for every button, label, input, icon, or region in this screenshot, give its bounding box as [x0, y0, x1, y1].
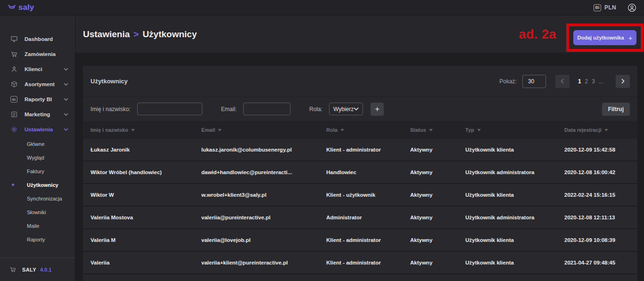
sidebar-subitem-appearance[interactable]: Wygląd	[0, 151, 75, 164]
currency-label: PLN	[604, 4, 616, 11]
cell-name: Valeriia M	[91, 237, 201, 243]
cell-email: w.wrobel+klient3@saly.pl	[201, 192, 326, 198]
sidebar-item-label: Ustawienia	[25, 127, 53, 132]
chevron-down-icon	[64, 98, 68, 101]
cell-role: Klient - administrator	[326, 147, 410, 153]
settings-submenu: Główne Wygląd Faktury Użytkownicy Synchr…	[0, 137, 75, 246]
plus-icon: +	[628, 34, 633, 42]
page-number[interactable]: 3	[592, 78, 595, 85]
sidebar-item-label: Marketing	[25, 112, 50, 117]
page-size-input[interactable]	[522, 75, 546, 88]
sidebar-subitem-users[interactable]: Użytkownicy	[0, 178, 75, 192]
cell-registration-date: 2020-12-08 12:11:13	[564, 215, 630, 220]
sidebar-item-assortment[interactable]: Asortyment	[0, 77, 75, 92]
currency-icon: Bi	[594, 4, 601, 11]
email-filter-input[interactable]	[243, 103, 290, 115]
table-row[interactable]: Valeriia M valeriia@lovejob.pl Klient - …	[83, 229, 637, 252]
cell-role: Klient - administrator	[326, 260, 410, 265]
cell-email: lukasz.jaronik@columbusenergy.pl	[201, 147, 326, 153]
cell-email: valeriia+klient@pureinteractive.pl	[201, 260, 326, 265]
sidebar-item-marketing[interactable]: Marketing	[0, 107, 75, 122]
column-header[interactable]: Imię i nazwisko	[91, 127, 201, 133]
table-row[interactable]: Wiktor Wróbel (handlowiec) dawid+handlow…	[83, 161, 637, 184]
cart-icon	[10, 50, 18, 58]
role-select[interactable]: Wybierz	[329, 103, 363, 115]
cell-status: Aktywny	[410, 237, 465, 243]
prev-page-button[interactable]	[555, 75, 570, 88]
sidebar-item-settings[interactable]: Ustawienia	[0, 122, 75, 137]
users-panel: Użytkownicy Pokaż: 1 2 3 ... Imię i	[83, 66, 637, 281]
sidebar-subitem-main[interactable]: Główne	[0, 137, 75, 151]
add-filter-button[interactable]: +	[371, 103, 384, 116]
sidebar-item-reports-bi[interactable]: Bi Raporty BI	[0, 92, 75, 107]
cart-logo-icon	[8, 4, 17, 11]
sort-icon	[218, 129, 222, 131]
name-filter-input[interactable]	[137, 103, 202, 115]
brand-name: SALY	[22, 267, 36, 273]
table-row[interactable]: Valeriia valeriia+klient@pureinteractive…	[83, 252, 637, 274]
sort-icon	[429, 129, 433, 131]
column-header[interactable]: Status	[410, 127, 465, 133]
sidebar-item-dashboard[interactable]: Dashboard	[0, 32, 75, 47]
sidebar-subitem-emails[interactable]: Maile	[0, 219, 75, 233]
cell-type: Użytkownik administratora	[465, 169, 564, 175]
person-icon	[10, 65, 18, 73]
table-header: Imię i nazwisko Email Rola Status	[83, 121, 637, 139]
chevron-down-icon	[354, 107, 359, 111]
page-number[interactable]: 1	[578, 78, 581, 85]
cell-type: Użytkownik klienta	[465, 237, 564, 243]
sidebar-subitem-reports[interactable]: Raporty	[0, 233, 75, 246]
role-select-value: Wybierz	[333, 106, 354, 112]
cell-status: Aktywny	[410, 215, 465, 220]
topbar: saly Bi PLN	[0, 0, 644, 16]
column-header[interactable]: Typ	[465, 127, 564, 133]
filter-submit-button[interactable]: Filtruj	[602, 103, 630, 116]
cell-name: Wiktor Wróbel (handlowiec)	[91, 169, 201, 175]
table-row[interactable]: Wiktor W w.wrobel+klient3@saly.pl Klient…	[83, 184, 637, 207]
annotation-label: ad. 2a	[519, 27, 556, 41]
cell-status: Aktywny	[410, 192, 465, 198]
cell-role: Administrator	[326, 215, 410, 220]
cart-icon	[9, 266, 17, 273]
breadcrumb-parent[interactable]: Ustawienia	[83, 29, 130, 40]
cell-role: Handlowiec	[326, 169, 410, 175]
role-filter-label: Rola:	[309, 106, 322, 112]
currency-selector[interactable]: Bi PLN	[594, 4, 616, 11]
next-page-button[interactable]	[616, 75, 630, 88]
page-header: Ustawienia > Użytkownicy ad. 2a Dodaj uż…	[75, 16, 644, 53]
sort-icon	[131, 129, 135, 131]
add-user-button[interactable]: Dodaj użytkownika +	[573, 30, 636, 45]
sidebar-subitem-dictionaries[interactable]: Słowniki	[0, 205, 75, 219]
table-row[interactable]: Łukasz Jaronik lukasz.jaronik@columbusen…	[83, 139, 637, 161]
panel-title: Użytkownicy	[91, 78, 128, 85]
user-avatar-icon[interactable]	[627, 3, 636, 12]
sidebar-item-label: Raporty BI	[25, 96, 52, 102]
cell-registration-date: 2020-12-09 10:08:39	[564, 237, 630, 243]
cell-name: Wiktor W	[91, 192, 201, 198]
cell-name: Valeriia	[91, 260, 201, 265]
column-header[interactable]: Rola	[326, 127, 410, 133]
column-header[interactable]: Data rejestracji	[564, 127, 630, 133]
annotation-highlight-frame: Dodaj użytkownika +	[566, 24, 644, 52]
sidebar-item-label: Dashboard	[25, 36, 53, 42]
sidebar-item-orders[interactable]: Zamówienia	[0, 47, 75, 62]
cell-registration-date: 2022-02-24 15:16:15	[564, 192, 630, 198]
sidebar-subitem-synchronization[interactable]: Synchronizacja	[0, 192, 75, 205]
table-row[interactable]: Valeriia Mostova valeriia@pureinteractiv…	[83, 207, 637, 229]
column-header[interactable]: Email	[201, 127, 326, 133]
sidebar-subitem-invoices[interactable]: Faktury	[0, 164, 75, 178]
sidebar-item-clients[interactable]: Klienci	[0, 62, 75, 77]
cell-registration-date: 2020-12-08 16:00:42	[564, 169, 630, 175]
cell-status: Aktywny	[410, 260, 465, 265]
chevron-down-icon	[64, 128, 68, 131]
document-icon	[10, 111, 18, 118]
cell-name: Łukasz Jaronik	[91, 147, 201, 153]
cube-icon	[10, 80, 18, 88]
cell-registration-date: 2021-04-27 09:48:45	[564, 260, 630, 265]
cell-email: valeriia@lovejob.pl	[201, 237, 326, 243]
page-ellipsis: ...	[599, 78, 603, 85]
page-number[interactable]: 2	[585, 78, 588, 85]
gear-icon	[10, 126, 18, 133]
app-logo[interactable]: saly	[8, 3, 34, 12]
chevron-down-icon	[64, 68, 68, 71]
